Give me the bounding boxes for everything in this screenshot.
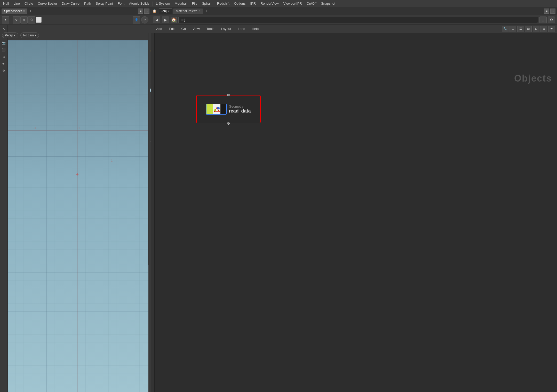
persp-button[interactable]: Persp ▾ [2,33,18,38]
menu-ipr[interactable]: IPR [248,1,258,6]
menu-spiral[interactable]: Spiral [200,1,213,6]
tool-minus[interactable]: ⊖ [1,54,7,60]
tool-eye[interactable]: 👁 [1,61,7,67]
right-panel: 📋 /obj × Material Palette × + ■ … ◀ ▶ 🏠 … [151,7,557,392]
menu-add[interactable]: Add [153,26,165,32]
menu-separator-2 [214,2,214,6]
spreadsheet-add-tab[interactable]: + [28,9,33,13]
toolbar-nav-icon1[interactable]: ⊙ [13,16,20,23]
toolbar-icon3[interactable]: ⬡ [28,16,35,23]
viewport-grid: -2 -1 1 [8,40,148,392]
obj-toolbar: ◀ ▶ 🏠 ⊞ ⚙ [151,15,557,25]
menu-labs[interactable]: Labs [235,26,248,32]
path-input[interactable] [178,17,538,23]
tool-select[interactable]: ↖ [1,26,7,32]
top-menu-bar: Null Line Circle Curve Bezier Draw Curve… [0,0,557,7]
menu-separator [153,2,153,6]
toolbar-dropdown-btn[interactable]: ▾ [2,16,9,23]
toolbar-icon4[interactable] [36,17,42,23]
menu-metaball[interactable]: Metaball [173,1,189,6]
menu-edit[interactable]: Edit [166,26,178,32]
menu-go[interactable]: Go [178,26,189,32]
obj-tab-bar: 📋 /obj × Material Palette × + ■ … [151,7,557,15]
tab-right-icons: ■ … [138,9,149,14]
material-tab-close[interactable]: × [199,10,201,12]
menu-line[interactable]: Line [11,1,22,6]
obj-icon-star[interactable]: ★ [548,26,555,32]
menu-help[interactable]: Help [249,26,262,32]
forward-button[interactable]: ▶ [162,17,169,23]
obj-tab-close[interactable]: × [168,10,170,13]
obj-tab-bar-icon: 📋 [153,9,157,13]
obj-menu-right-icons: 🔧 ⊞ ☰ ▦ ⊟ ⊠ ★ [502,26,555,32]
material-palette-tab[interactable]: Material Palette × [173,9,203,14]
menu-font[interactable]: Font [116,1,126,6]
menu-layout[interactable]: Layout [218,26,234,32]
svg-point-11 [214,109,216,111]
menu-snapshot[interactable]: Snapshot [319,1,337,6]
node-area: Objects [151,33,557,392]
obj-icon-list[interactable]: ☰ [517,26,524,32]
menu-spray-paint[interactable]: Spray Paint [94,1,115,6]
tool-camera[interactable]: 📷 [1,40,7,46]
obj-icon-grid3[interactable]: ⊟ [533,26,539,32]
svg-text:-1: -1 [77,127,80,130]
toolbar-icon2[interactable]: ◈ [20,16,28,23]
menu-curve-bezier[interactable]: Curve Bezier [36,1,59,6]
cam-button[interactable]: No cam ▾ [20,33,39,38]
spreadsheet-tab-close[interactable]: × [23,10,25,12]
spreadsheet-tab[interactable]: Spreadsheet × [2,9,27,14]
obj-add-tab[interactable]: + [204,9,208,13]
viewport-overlay-buttons: Persp ▾ No cam ▾ [2,33,39,38]
obj-expand-btn[interactable]: ⊞ [539,17,547,23]
tab-icon-ellipsis[interactable]: … [144,9,149,14]
menu-path[interactable]: Path [82,1,93,6]
obj-settings-btn[interactable]: ⚙ [548,17,555,23]
menu-null[interactable]: Null [1,1,11,6]
obj-icon-grid2[interactable]: ▦ [525,26,532,32]
svg-text:1: 1 [111,159,113,162]
menu-draw-curve[interactable]: Draw Curve [60,1,82,6]
menu-atomic-solids[interactable]: Atomic Solids [127,1,152,6]
node-connector-top [227,94,230,96]
menu-options[interactable]: Options [232,1,248,6]
node-thumb-svg [213,106,220,113]
node-label-area: Geometry read_data [229,105,251,114]
menu-renderview[interactable]: RenderView [258,1,281,6]
tab-icon-square[interactable]: ■ [138,9,143,14]
obj-icon-wrench[interactable]: 🔧 [502,26,508,32]
menu-onoff[interactable]: On/Off [305,1,319,6]
menu-redshift[interactable]: Redshift [215,1,232,6]
obj-icon-grid1[interactable]: ⊞ [510,26,516,32]
spreadsheet-tab-bar: Spreadsheet × + ■ … [0,7,151,15]
node-thumbnail [206,104,227,115]
svg-rect-1 [8,40,148,392]
obj-tab-icon-square[interactable]: ■ [544,9,549,14]
node-left-strip [151,33,155,392]
obj-toolbar-right: ⊞ ⚙ [539,17,555,23]
toolbar-help-icon[interactable]: ? [141,16,148,23]
toolbar-person-icon[interactable]: 👤 [133,16,140,23]
tool-gear[interactable]: ⚙ [1,68,7,74]
menu-tools[interactable]: Tools [203,26,217,32]
objects-watermark: Objects [514,73,552,84]
menu-viewportipr[interactable]: ViewportIPR [281,1,304,6]
home-icon[interactable]: 🏠 [171,17,177,23]
menu-circle[interactable]: Circle [22,1,35,6]
svg-text:-2: -2 [34,127,36,130]
node-card[interactable]: Geometry read_data [196,95,261,123]
menu-view[interactable]: View [189,26,203,32]
tool-cube[interactable]: ⬛ [1,47,7,53]
obj-tab-icon-dots[interactable]: … [550,9,555,14]
thumb-icon-area [213,104,220,114]
menu-lsystem[interactable]: L-System [154,1,172,6]
left-icon-toolbar: ↖ ↕ 📷 ⬛ ⊖ 👁 ⚙ [0,25,8,392]
menu-file[interactable]: File [190,1,200,6]
spreadsheet-tab-label: Spreadsheet [4,9,22,13]
obj-tab-label: /obj [162,9,166,13]
obj-icon-grid4[interactable]: ⊠ [540,26,547,32]
node-type-label: Geometry [229,105,251,108]
obj-tab[interactable]: /obj × [159,8,172,14]
left-toolbar-row: ▾ ⊙ ◈ ⬡ 👤 ? [0,15,151,25]
back-button[interactable]: ◀ [153,17,160,23]
